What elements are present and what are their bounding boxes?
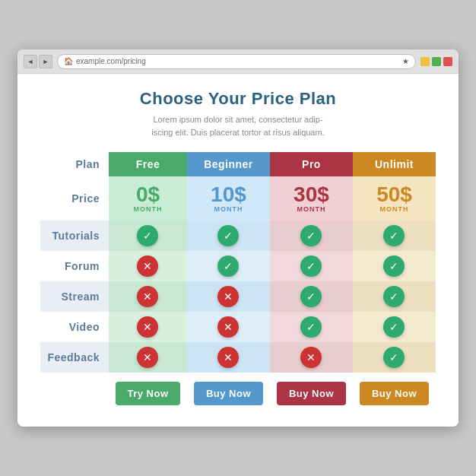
check-icon: ✓ <box>217 225 239 246</box>
plan-free-header: Free <box>109 152 187 176</box>
cross-icon: ✕ <box>137 347 158 368</box>
cross-icon: ✕ <box>217 347 239 368</box>
check-icon: ✓ <box>300 286 322 307</box>
price-beginner: 10$ MONTH <box>187 176 270 221</box>
home-icon: 🏠 <box>64 57 73 65</box>
stream-unlimit: ✓ <box>353 281 436 312</box>
forum-row: Forum ✕ ✓ ✓ ✓ <box>40 251 436 281</box>
forum-free: ✕ <box>109 251 187 281</box>
price-free: 0$ MONTH <box>109 176 187 221</box>
tutorials-pro: ✓ <box>270 221 353 251</box>
maximize-button[interactable] <box>432 57 441 66</box>
video-row: Video ✕ ✕ ✓ ✓ <box>40 312 436 342</box>
feedback-unlimit: ✓ <box>353 342 436 373</box>
buy-now-unlimit-cell: Buy Now <box>353 373 436 408</box>
button-row-label <box>40 373 109 408</box>
cross-icon: ✕ <box>217 286 239 307</box>
stream-pro: ✓ <box>270 281 353 312</box>
price-row: Price 0$ MONTH 10$ MONTH 30$ MONTH 50$ M… <box>40 176 436 221</box>
price-unlimit: 50$ MONTH <box>353 176 436 221</box>
price-pro: 30$ MONTH <box>270 176 353 221</box>
check-icon: ✓ <box>383 255 405 277</box>
forward-button[interactable]: ► <box>39 55 52 68</box>
price-row-label: Price <box>40 176 109 221</box>
tutorials-unlimit: ✓ <box>353 221 436 251</box>
star-icon: ★ <box>402 57 409 65</box>
video-unlimit: ✓ <box>353 312 436 342</box>
buy-now-pro-cell: Buy Now <box>270 373 353 408</box>
page-title: Choose Your Price Plan <box>40 89 436 109</box>
browser-content: Choose Your Price Plan Lorem ipsum dolor… <box>17 74 459 427</box>
buy-now-beginner-button[interactable]: Buy Now <box>194 382 263 405</box>
cross-icon: ✕ <box>300 347 322 368</box>
browser-toolbar: ◄ ► 🏠 example.com/pricing ★ <box>17 49 459 74</box>
check-icon: ✓ <box>383 347 405 368</box>
pricing-table: Plan Free Beginner Pro Unlimit Price 0$ … <box>40 152 436 408</box>
feedback-pro: ✕ <box>270 342 353 373</box>
feedback-free: ✕ <box>109 342 187 373</box>
button-row: Try Now Buy Now Buy Now Buy Now <box>40 373 436 408</box>
forum-label: Forum <box>40 251 109 281</box>
browser-window: ◄ ► 🏠 example.com/pricing ★ Choose Your … <box>17 49 459 427</box>
video-label: Video <box>40 312 109 342</box>
cross-icon: ✕ <box>137 255 158 277</box>
cross-icon: ✕ <box>217 316 239 338</box>
video-pro: ✓ <box>270 312 353 342</box>
check-icon: ✓ <box>300 316 322 338</box>
check-icon: ✓ <box>300 225 322 246</box>
stream-row: Stream ✕ ✕ ✓ ✓ <box>40 281 436 312</box>
video-free: ✕ <box>109 312 187 342</box>
plan-unlimit-header: Unlimit <box>353 152 436 176</box>
tutorials-label: Tutorials <box>40 221 109 251</box>
check-icon: ✓ <box>383 316 405 338</box>
check-icon: ✓ <box>217 255 239 277</box>
nav-buttons: ◄ ► <box>24 55 52 68</box>
stream-label: Stream <box>40 281 109 312</box>
stream-free: ✕ <box>109 281 187 312</box>
try-now-button[interactable]: Try Now <box>116 382 180 405</box>
check-icon: ✓ <box>300 255 322 277</box>
check-icon: ✓ <box>137 225 158 246</box>
buy-now-unlimit-button[interactable]: Buy Now <box>360 382 429 405</box>
feedback-row: Feedback ✕ ✕ ✕ ✓ <box>40 342 436 373</box>
forum-beginner: ✓ <box>187 251 270 281</box>
tutorials-free: ✓ <box>109 221 187 251</box>
plan-beginner-header: Beginner <box>187 152 270 176</box>
window-controls <box>420 57 452 66</box>
feedback-beginner: ✕ <box>187 342 270 373</box>
address-bar[interactable]: 🏠 example.com/pricing ★ <box>57 54 416 69</box>
forum-pro: ✓ <box>270 251 353 281</box>
check-icon: ✓ <box>383 286 405 307</box>
check-icon: ✓ <box>383 225 405 246</box>
video-beginner: ✕ <box>187 312 270 342</box>
buy-now-beginner-cell: Buy Now <box>187 373 270 408</box>
buy-now-pro-button[interactable]: Buy Now <box>277 382 346 405</box>
plan-header-row: Plan Free Beginner Pro Unlimit <box>40 152 436 176</box>
cross-icon: ✕ <box>137 316 158 338</box>
cross-icon: ✕ <box>137 286 158 307</box>
tutorials-row: Tutorials ✓ ✓ ✓ ✓ <box>40 221 436 251</box>
close-button[interactable] <box>443 57 452 66</box>
plan-row-label: Plan <box>40 152 109 176</box>
plan-pro-header: Pro <box>270 152 353 176</box>
feedback-label: Feedback <box>40 342 109 373</box>
tutorials-beginner: ✓ <box>187 221 270 251</box>
minimize-button[interactable] <box>420 57 430 66</box>
forum-unlimit: ✓ <box>353 251 436 281</box>
back-button[interactable]: ◄ <box>24 55 37 68</box>
stream-beginner: ✕ <box>187 281 270 312</box>
try-now-cell: Try Now <box>109 373 187 408</box>
address-text: example.com/pricing <box>76 57 146 65</box>
page-subtitle: Lorem ipsum dolor sit amet, consectetur … <box>40 113 436 138</box>
